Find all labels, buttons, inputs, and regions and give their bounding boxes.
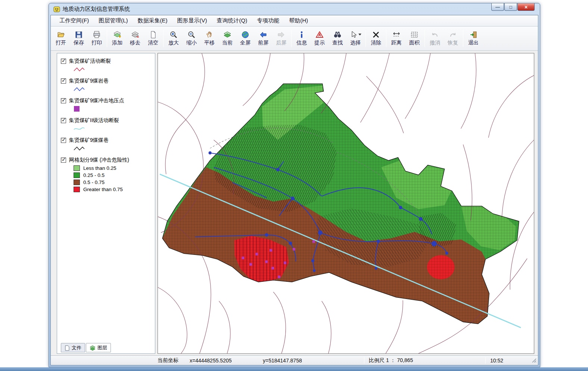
remove-layer-button[interactable]: 移去 (126, 28, 144, 49)
exit-button[interactable]: 退出 (464, 28, 482, 49)
toolbar-separator (365, 30, 366, 47)
zoom-in-button[interactable]: 放大 (165, 28, 183, 49)
find-binoculars-icon (333, 31, 342, 39)
redo-button[interactable]: 恢复 (444, 28, 462, 49)
coordinate-x: x=44448255.5205 (190, 358, 263, 364)
menu-query-stats[interactable]: 查询统计(Q) (212, 16, 252, 26)
legend-swatch-low (74, 165, 80, 171)
titlebar[interactable]: 地质动力区划信息管理系统 — □ × (50, 3, 538, 15)
zoom-out-button[interactable]: 缩小 (183, 28, 200, 49)
menu-special-functions[interactable]: 专项功能 (252, 16, 284, 26)
content-area: 集贤煤矿活动断裂 集贤煤矿9煤岩巷 (51, 51, 538, 355)
toolbar-separator (463, 30, 463, 47)
app-window: 地质动力区划信息管理系统 — □ × 工作空间(F) 图层管理(L) 数据采集(… (49, 3, 540, 367)
layer-checkbox-rock-roadway[interactable] (61, 78, 66, 84)
layer-label: 集贤煤矿9煤冲击地压点 (69, 97, 124, 104)
area-button[interactable]: 面积 (405, 28, 423, 49)
toolbar-separator (291, 30, 292, 47)
black-roadway-line-symbol (74, 146, 85, 151)
undo-button[interactable]: 撤消 (426, 28, 444, 49)
erase-button[interactable]: 清除 (367, 28, 385, 49)
undo-label: 撤消 (430, 40, 440, 46)
close-button[interactable]: × (517, 3, 535, 11)
coordinate-label: 当前坐标 (158, 357, 178, 364)
toolbar-separator (107, 30, 107, 47)
layer-checkbox-coal-roadway[interactable] (61, 138, 66, 143)
minimize-button[interactable]: — (491, 3, 504, 11)
cyan-fault-line-symbol (74, 126, 85, 131)
pan-hand-icon (205, 31, 214, 39)
tab-layers[interactable]: 图层 (86, 343, 111, 352)
panel-tabs: 文件 图层 (61, 342, 152, 353)
add-layer-icon (113, 31, 121, 39)
legend-swatch-severe (74, 187, 80, 192)
maximize-button[interactable]: □ (504, 3, 517, 11)
map-canvas[interactable] (158, 53, 534, 354)
info-label: 信息 (296, 40, 307, 46)
print-button[interactable]: 打印 (88, 28, 106, 49)
zoom-out-label: 缩小 (186, 40, 197, 46)
layer-label: 网格划分9煤 (冲击危险性) (69, 157, 129, 163)
close-icon: × (525, 4, 528, 10)
alert-button[interactable]: 提示 (311, 28, 329, 49)
window-body: 工作空间(F) 图层管理(L) 数据采集(E) 图形显示(V) 查询统计(Q) … (50, 15, 538, 365)
resize-grip[interactable] (531, 358, 537, 363)
legend-row: Less than 0.25 (74, 165, 152, 171)
select-dropdown-icon[interactable] (358, 34, 361, 36)
select-cursor-icon (349, 31, 358, 39)
clear-layers-label: 清空 (148, 40, 158, 46)
layer-checkbox-pressure-points[interactable] (61, 98, 66, 103)
legend-swatch-high (74, 180, 80, 185)
open-button[interactable]: 打开 (52, 28, 70, 49)
layers-tab-icon (90, 345, 96, 351)
layer-item-level2-fault: 集贤煤矿II级活动断裂 (61, 117, 152, 134)
menu-workspace[interactable]: 工作空间(F) (55, 16, 94, 26)
remove-layer-icon (131, 31, 139, 39)
print-label: 打印 (91, 40, 102, 46)
pan-button[interactable]: 平移 (200, 28, 218, 49)
current-extent-button[interactable]: 当前 (218, 28, 236, 49)
add-layer-button[interactable]: 添加 (108, 28, 126, 49)
layer-label: 集贤煤矿9煤煤巷 (69, 137, 109, 144)
exit-door-icon (469, 31, 477, 39)
select-button[interactable]: 选择 (346, 28, 364, 49)
coordinate-y: y=5184147.8758 (263, 358, 349, 364)
layer-checkbox-level2-fault[interactable] (61, 118, 66, 123)
erase-x-icon (372, 31, 380, 39)
minimize-icon: — (495, 5, 500, 9)
layer-checkbox-risk-grid[interactable] (61, 158, 66, 163)
save-button[interactable]: 保存 (70, 28, 88, 49)
menu-help[interactable]: 帮助(H) (284, 16, 313, 26)
window-controls: — □ × (491, 3, 535, 11)
layer-checkbox-active-fault[interactable] (61, 59, 66, 64)
save-icon (75, 31, 83, 39)
tab-files[interactable]: 文件 (61, 343, 85, 352)
toolbar-separator (424, 30, 425, 47)
menu-data-collect[interactable]: 数据采集(E) (133, 16, 172, 26)
layer-label: 集贤煤矿活动断裂 (69, 58, 111, 65)
layer-label: 集贤煤矿II级活动断裂 (69, 117, 119, 124)
maximize-icon: □ (509, 5, 512, 9)
redo-label: 恢复 (448, 40, 458, 46)
remove-layer-label: 移去 (130, 40, 140, 46)
find-button[interactable]: 查找 (329, 28, 346, 49)
blue-roadway-line-symbol (74, 87, 85, 92)
next-view-button[interactable]: 后屏 (272, 28, 290, 49)
previous-view-button[interactable]: 前屏 (254, 28, 272, 49)
distance-button[interactable]: 距离 (388, 28, 405, 49)
redo-icon (449, 31, 457, 39)
legend-label: Less than 0.25 (83, 165, 116, 171)
exit-label: 退出 (468, 40, 479, 46)
full-extent-button[interactable]: 全屏 (236, 28, 254, 49)
menu-layer-manage[interactable]: 图层管理(L) (94, 16, 133, 26)
previous-view-label: 前屏 (258, 40, 268, 46)
clear-layers-button[interactable]: 清空 (144, 28, 162, 49)
menu-graph-display[interactable]: 图形显示(V) (172, 16, 212, 26)
distance-ruler-icon (392, 31, 401, 39)
risk-legend: Less than 0.25 0.25 - 0.5 0.5 - 0.75 (61, 165, 152, 192)
zoom-in-label: 放大 (168, 40, 179, 46)
info-button[interactable]: 信息 (293, 28, 311, 49)
toolbar-separator (386, 30, 386, 47)
current-extent-label: 当前 (222, 40, 233, 46)
scale-indicator: 比例尺 1 ： 70,865 (369, 357, 481, 364)
